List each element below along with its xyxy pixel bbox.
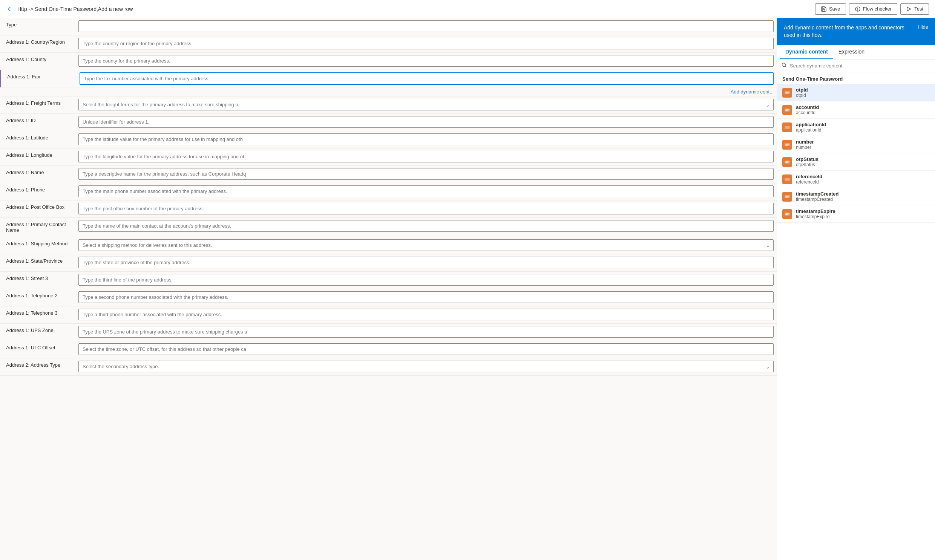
form-cell-address1-longitude [75, 148, 777, 165]
input-address1-street3[interactable] [79, 274, 774, 286]
search-input[interactable] [790, 63, 930, 69]
input-address1-utcoffset[interactable] [79, 343, 774, 355]
form-cell-address1-id [75, 114, 777, 130]
input-address2-addresstype[interactable] [79, 361, 774, 372]
panel-hide-button[interactable]: Hide [918, 24, 928, 30]
input-address1-primary-contact[interactable] [79, 220, 774, 232]
form-cell-address1-country [75, 35, 777, 52]
page-title: Http -> Send One-Time Password,Add a new… [17, 6, 810, 12]
input-address1-freight[interactable] [79, 99, 774, 111]
form-row-type: Type [0, 18, 777, 35]
form-label-address1-utcoffset: Address 1: UTC Offset [0, 341, 75, 354]
form-row-address1-upszone: Address 1: UPS Zone [0, 324, 777, 341]
input-address1-country[interactable] [79, 38, 774, 49]
input-type[interactable] [79, 20, 774, 32]
svg-rect-0 [823, 9, 825, 11]
svg-rect-11 [784, 212, 790, 215]
form-rows: TypeAddress 1: Country/RegionAddress 1: … [0, 18, 777, 376]
item-text-referenceId: referenceIdreferenceId [796, 174, 822, 185]
item-text-timestampExpire: timestampExpiretimestampExpire [796, 208, 835, 219]
panel-item-timestampCreated[interactable]: timestampCreatedtimestampCreated [777, 188, 935, 205]
form-row-address1-pobox: Address 1: Post Office Box [0, 200, 777, 218]
flow-checker-button[interactable]: Flow checker [849, 3, 898, 15]
tab-expression[interactable]: Expression [833, 45, 870, 59]
panel-item-applicationId[interactable]: applicationIdapplicationId [777, 119, 935, 136]
input-address1-pobox[interactable] [79, 203, 774, 214]
item-text-number: numbernumber [796, 139, 814, 150]
panel-item-otpId[interactable]: otpIdotpId [777, 84, 935, 102]
input-address1-fax[interactable] [80, 72, 774, 85]
add-dynamic-content-link[interactable]: Add dynamic cont... [731, 89, 774, 95]
item-icon-otpId [782, 88, 792, 98]
panel-item-timestampExpire[interactable]: timestampExpiretimestampExpire [777, 205, 935, 223]
input-address1-id[interactable] [79, 116, 774, 128]
tab-dynamic[interactable]: Dynamic content [780, 45, 833, 59]
item-sub-timestampExpire: timestampExpire [796, 214, 835, 219]
panel-content: Send One-Time Password otpIdotpId accoun… [777, 72, 935, 560]
form-label-address1-county: Address 1: County [0, 53, 75, 66]
input-address1-telephone2[interactable] [79, 291, 774, 303]
input-address1-name[interactable] [79, 168, 774, 180]
form-row-address1-utcoffset: Address 1: UTC Offset [0, 341, 777, 358]
input-address1-county[interactable] [79, 55, 774, 67]
form-cell-address1-phone [75, 183, 777, 199]
item-icon-timestampCreated [782, 192, 792, 202]
test-button[interactable]: Test [900, 3, 929, 15]
test-label: Test [914, 6, 923, 12]
panel-item-number[interactable]: numbernumber [777, 136, 935, 153]
form-label-address1-state: Address 1: State/Province [0, 254, 75, 268]
panel-item-accountId[interactable]: accountIdaccountId [777, 102, 935, 119]
item-name-otpStatus: otpStatus [796, 156, 818, 162]
item-name-accountId: accountId [796, 105, 819, 110]
form-label-type: Type [0, 18, 75, 31]
input-address1-upszone[interactable] [79, 326, 774, 338]
form-row-address1-street3: Address 1: Street 3 [0, 272, 777, 289]
item-icon-number [782, 140, 792, 149]
search-icon [781, 63, 787, 69]
save-label: Save [829, 6, 840, 12]
svg-rect-8 [784, 160, 790, 163]
form-label-address1-name: Address 1: Name [0, 166, 75, 179]
form-label-address1-street3: Address 1: Street 3 [0, 272, 75, 285]
item-sub-otpStatus: otpStatus [796, 162, 818, 167]
item-text-otpStatus: otpStatusotpStatus [796, 156, 818, 167]
form-label-address1-country: Address 1: Country/Region [0, 35, 75, 49]
input-address1-shipping[interactable] [79, 239, 774, 251]
panel-items-list: otpIdotpId accountIdaccountId applicatio… [777, 84, 935, 223]
panel-item-referenceId[interactable]: referenceIdreferenceId [777, 171, 935, 188]
panel-header-text: Add dynamic content from the apps and co… [784, 24, 918, 39]
input-address1-phone[interactable] [79, 185, 774, 197]
input-address1-latitude[interactable] [79, 134, 774, 145]
item-icon-referenceId [782, 174, 792, 184]
svg-rect-4 [784, 91, 790, 94]
item-sub-applicationId: applicationId [796, 128, 826, 133]
form-label-address1-primary-contact: Address 1: Primary Contact Name [0, 218, 75, 237]
item-icon-applicationId [782, 123, 792, 132]
form-label-address1-pobox: Address 1: Post Office Box [0, 200, 75, 214]
form-row-address1-state: Address 1: State/Province [0, 254, 777, 272]
item-text-timestampCreated: timestampCreatedtimestampCreated [796, 191, 838, 202]
panel-section-title: Send One-Time Password [777, 72, 935, 84]
input-address1-longitude[interactable] [79, 151, 774, 162]
form-label-address1-fax: Address 1: Fax [1, 70, 77, 83]
input-address1-telephone3[interactable] [79, 309, 774, 320]
back-button[interactable] [6, 6, 13, 12]
form-cell-address1-state [75, 254, 777, 271]
panel-item-otpStatus[interactable]: otpStatusotpStatus [777, 153, 935, 171]
item-icon-timestampExpire [782, 209, 792, 219]
form-cell-address1-latitude [75, 131, 777, 147]
item-name-otpId: otpId [796, 87, 808, 93]
form-row-address2-addresstype: Address 2: Address Type [0, 358, 777, 376]
svg-rect-9 [784, 178, 790, 181]
item-text-accountId: accountIdaccountId [796, 105, 819, 115]
input-address1-state[interactable] [79, 257, 774, 268]
panel-header: Add dynamic content from the apps and co… [777, 18, 935, 45]
save-button[interactable]: Save [815, 3, 846, 15]
form-row-address1-primary-contact: Address 1: Primary Contact Name [0, 218, 777, 237]
topbar-actions: Save Flow checker Test [815, 3, 929, 15]
svg-rect-1 [822, 7, 824, 8]
item-sub-timestampCreated: timestampCreated [796, 197, 838, 202]
item-sub-number: number [796, 145, 814, 150]
form-cell-address1-name [75, 166, 777, 182]
form-cell-address1-utcoffset [75, 341, 777, 357]
